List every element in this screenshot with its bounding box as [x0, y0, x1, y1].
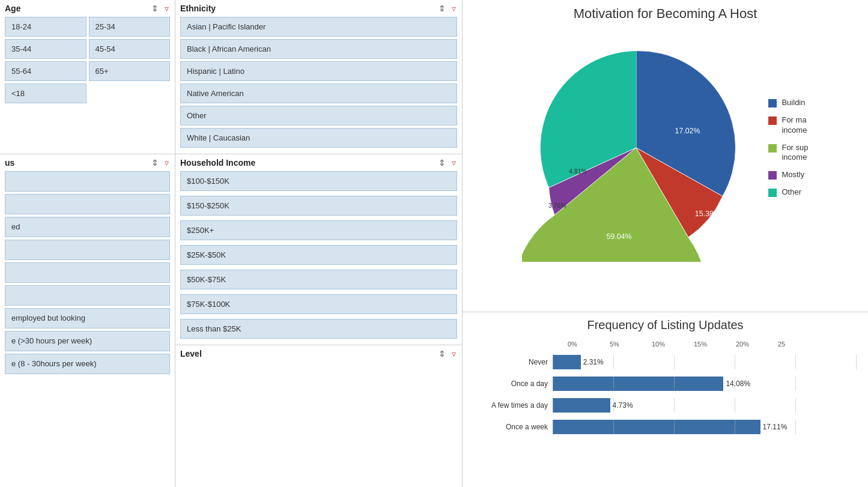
- x-label-10: 10%: [652, 340, 694, 348]
- legend-color-green: [768, 144, 777, 153]
- education-title: Level: [180, 349, 202, 358]
- age-cell-25-34[interactable]: 25-34: [89, 17, 171, 37]
- x-axis-labels: 0% 5% 10% 15% 20% 25: [568, 340, 856, 348]
- status-filter-icon[interactable]: ▿: [163, 158, 170, 168]
- bar-value-never: 2.31%: [583, 358, 604, 366]
- ethnicity-item-hispanic[interactable]: Hispanic | Latino: [180, 61, 457, 81]
- status-header: us ⇕ ▿: [5, 158, 170, 168]
- svg-text:15.38%: 15.38%: [695, 210, 720, 218]
- status-item-6[interactable]: [5, 285, 170, 306]
- education-section: Level ⇕ ▿: [175, 345, 462, 366]
- ethnicity-header: Ethnicity ⇕ ▿: [180, 4, 457, 13]
- svg-text:4.81%: 4.81%: [569, 168, 587, 175]
- x-label-5: 5%: [610, 340, 652, 348]
- income-250plus[interactable]: $250K+: [180, 220, 457, 240]
- status-sort-icon[interactable]: ⇕: [150, 158, 160, 168]
- household-grid: $100-$150K $150-$250K $250K+ $25K-$50K $…: [180, 171, 457, 341]
- ethnicity-item-other[interactable]: Other: [180, 106, 457, 126]
- ethnicity-item-native[interactable]: Native American: [180, 83, 457, 103]
- bar-row-never: Never 2.31%: [475, 351, 856, 373]
- age-section: Age ⇕ ▿ 18-24 25-34 35-44 45-54 55-64 65…: [0, 0, 175, 154]
- status-item-9[interactable]: e (8 - 30hours per week): [5, 354, 170, 374]
- motivation-chart-title: Motivation for Becoming A Host: [574, 6, 757, 22]
- legend-label-red: For maincome: [782, 115, 807, 136]
- age-cell-35-44[interactable]: 35-44: [5, 39, 86, 59]
- status-item-7[interactable]: employed but looking: [5, 308, 170, 328]
- status-title: us: [5, 158, 14, 168]
- frequency-chart-container: Frequency of Listing Updates 0% 5% 10% 1…: [463, 312, 868, 487]
- x-label-0: 0%: [568, 340, 610, 348]
- age-sort-icon[interactable]: ⇕: [150, 4, 160, 13]
- left-panel: Age ⇕ ▿ 18-24 25-34 35-44 45-54 55-64 65…: [0, 0, 463, 487]
- x-label-25: 25: [778, 340, 802, 348]
- status-item-3[interactable]: ed: [5, 217, 170, 237]
- legend-item-blue: Buildin: [768, 98, 808, 108]
- legend-color-red: [768, 116, 777, 125]
- ethnicity-item-white[interactable]: White | Caucasian: [180, 128, 457, 148]
- svg-text:17.02%: 17.02%: [675, 127, 700, 135]
- household-section: Household Income ⇕ ▿ $100-$150K $150-$25…: [175, 154, 462, 345]
- bar-track-once-day: 14.08%: [553, 377, 856, 391]
- bar-label-never: Never: [475, 358, 553, 366]
- legend-color-blue: [768, 99, 777, 107]
- status-icons: ⇕ ▿: [150, 158, 170, 168]
- income-25-50[interactable]: $25K-$50K: [180, 245, 457, 265]
- svg-text:3.76%: 3.76%: [549, 202, 567, 209]
- top-filter-row: Age ⇕ ▿ 18-24 25-34 35-44 45-54 55-64 65…: [0, 0, 462, 154]
- status-item-8[interactable]: e (>30 hours per week): [5, 331, 170, 351]
- bar-label-few-times: A few times a day: [475, 401, 553, 410]
- age-cell-45-54[interactable]: 45-54: [89, 39, 171, 59]
- pie-chart-svg: 17.02% 15.38% 59.04% 3.76% 4.81%: [522, 34, 750, 262]
- bar-track-never: 2.31%: [553, 355, 856, 369]
- income-less25[interactable]: Less than $25K: [180, 319, 457, 339]
- status-item-1[interactable]: [5, 171, 170, 192]
- legend-item-purple: Mostly: [768, 170, 808, 180]
- right-filter-col: Household Income ⇕ ▿ $100-$150K $150-$25…: [175, 154, 462, 487]
- legend-color-purple: [768, 171, 777, 180]
- legend-item-red: For maincome: [768, 115, 808, 136]
- income-50-75[interactable]: $50K-$75K: [180, 270, 457, 289]
- ethnicity-item-asian[interactable]: Asian | Pacific Islander: [180, 17, 457, 37]
- status-item-4[interactable]: [5, 240, 170, 260]
- bar-row-once-week: Once a week 17.11%: [475, 416, 856, 438]
- legend-label-blue: Buildin: [782, 98, 805, 108]
- age-cell-65plus[interactable]: 65+: [89, 61, 171, 81]
- bar-track-once-week: 17.11%: [553, 420, 856, 434]
- motivation-chart-container: Motivation for Becoming A Host 17.02% 15…: [463, 0, 868, 312]
- bar-fill-once-week: [553, 420, 760, 434]
- status-item-2[interactable]: [5, 194, 170, 214]
- bar-row-few-times: A few times a day 4.73%: [475, 395, 856, 416]
- legend-label-green: For supincome: [782, 143, 808, 163]
- ethnicity-filter-icon[interactable]: ▿: [451, 4, 457, 13]
- income-75-100[interactable]: $75K-$100K: [180, 294, 457, 314]
- age-header: Age ⇕ ▿: [5, 4, 170, 13]
- age-cell-under18[interactable]: <18: [5, 83, 86, 103]
- status-section: us ⇕ ▿ ed employed but looking e (>30 ho…: [0, 154, 175, 487]
- bottom-filter-row: us ⇕ ▿ ed employed but looking e (>30 ho…: [0, 154, 462, 487]
- x-label-20: 20%: [736, 340, 778, 348]
- household-sort-icon[interactable]: ⇕: [437, 158, 447, 168]
- age-cell-18-24[interactable]: 18-24: [5, 17, 86, 37]
- ethnicity-item-black[interactable]: Black | African American: [180, 39, 457, 59]
- education-filter-icon[interactable]: ▿: [451, 349, 457, 358]
- age-cell-55-64[interactable]: 55-64: [5, 61, 86, 81]
- bar-fill-few-times: [553, 398, 610, 413]
- legend-item-teal: Other: [768, 187, 808, 198]
- household-filter-icon[interactable]: ▿: [451, 158, 457, 168]
- bar-label-once-week: Once a week: [475, 423, 553, 431]
- ethnicity-title: Ethnicity: [180, 4, 216, 13]
- ethnicity-sort-icon[interactable]: ⇕: [437, 4, 447, 13]
- household-icons: ⇕ ▿: [437, 158, 457, 168]
- income-150-250[interactable]: $150-$250K: [180, 196, 457, 216]
- bar-label-once-day: Once a day: [475, 380, 553, 388]
- age-filter-icon[interactable]: ▿: [163, 4, 170, 13]
- income-100-150[interactable]: $100-$150K: [180, 171, 457, 191]
- bar-value-once-day: 14.08%: [726, 380, 750, 388]
- legend-label-purple: Mostly: [782, 170, 804, 180]
- education-icons: ⇕ ▿: [437, 349, 457, 358]
- education-sort-icon[interactable]: ⇕: [437, 349, 447, 358]
- right-panel: Motivation for Becoming A Host 17.02% 15…: [463, 0, 868, 487]
- bar-value-few-times: 4.73%: [613, 401, 633, 410]
- bar-track-few-times: 4.73%: [553, 398, 856, 413]
- status-item-5[interactable]: [5, 262, 170, 283]
